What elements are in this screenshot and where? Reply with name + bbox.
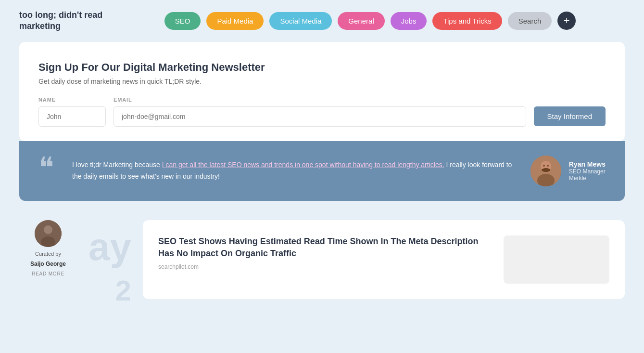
svg-point-3: [543, 165, 545, 167]
testimonial-text: I love tl;dr Marketing because I can get…: [72, 159, 521, 183]
svg-point-5: [542, 168, 550, 172]
curator-avatar: [35, 220, 62, 247]
article-title[interactable]: SEO Test Shows Having Estimated Read Tim…: [158, 235, 494, 260]
author-name: Ryan Mews: [569, 160, 606, 168]
email-input[interactable]: [114, 106, 526, 127]
newsletter-subtitle: Get daily dose of marketing news in quic…: [38, 78, 606, 85]
article-source: searchpilot.com: [158, 263, 494, 270]
author-info: Ryan Mews SEO Manager Merkle: [569, 160, 606, 182]
svg-point-4: [547, 165, 549, 167]
stay-informed-button[interactable]: Stay Informed: [534, 106, 606, 126]
author-avatar: [530, 156, 561, 186]
logo-line2: marketing: [19, 21, 61, 31]
nav-search[interactable]: Search: [508, 12, 552, 30]
testimonial-section: ❝ I love tl;dr Marketing because I can g…: [19, 141, 625, 201]
article-content: SEO Test Shows Having Estimated Read Tim…: [158, 235, 494, 284]
quote-icon: ❝: [38, 154, 63, 183]
curator-label: Curated by: [35, 251, 61, 257]
article-card: SEO Test Shows Having Estimated Read Tim…: [143, 220, 625, 299]
decorative-text: ay: [88, 225, 131, 269]
navigation: SEO Paid Media Social Media General Jobs…: [115, 12, 625, 30]
newsletter-title: Sign Up For Our Digital Marketing Newsle…: [38, 61, 606, 74]
nav-paid-media[interactable]: Paid Media: [206, 12, 264, 30]
nav-tips-and-tricks[interactable]: Tips and Tricks: [432, 12, 502, 30]
bottom-section: Curated by Saijo George READ MORE ay 2 S…: [19, 220, 625, 307]
nav-jobs[interactable]: Jobs: [391, 12, 427, 30]
nav-plus-button[interactable]: +: [557, 12, 576, 30]
article-number: 2: [88, 274, 131, 307]
email-label: EMAIL: [114, 97, 606, 103]
nav-social-media[interactable]: Social Media: [269, 12, 332, 30]
curator-section: Curated by Saijo George READ MORE: [19, 220, 77, 276]
testimonial-text-highlighted: I can get all the latest SEO news and tr…: [162, 161, 444, 169]
article-image: [504, 235, 609, 284]
main-content: Sign Up For Our Digital Marketing Newsle…: [0, 42, 644, 327]
author-company: Merkle: [569, 175, 606, 182]
header: too long; didn't read marketing SEO Paid…: [0, 0, 644, 42]
nav-general[interactable]: General: [338, 12, 384, 30]
svg-point-7: [44, 225, 52, 234]
newsletter-card: Sign Up For Our Digital Marketing Newsle…: [19, 42, 625, 141]
logo: too long; didn't read marketing: [19, 10, 106, 32]
name-label: NAME: [38, 97, 106, 103]
author-title: SEO Manager: [569, 168, 606, 175]
signup-form: Stay Informed: [38, 106, 606, 127]
name-input[interactable]: [38, 106, 106, 127]
nav-seo[interactable]: SEO: [164, 12, 201, 30]
testimonial-author: Ryan Mews SEO Manager Merkle: [530, 156, 606, 186]
read-more-link[interactable]: READ MORE: [32, 271, 64, 276]
testimonial-text-before: I love tl;dr Marketing because: [72, 161, 162, 169]
curator-name: Saijo George: [30, 261, 66, 267]
logo-line1: too long; didn't read: [19, 10, 102, 20]
